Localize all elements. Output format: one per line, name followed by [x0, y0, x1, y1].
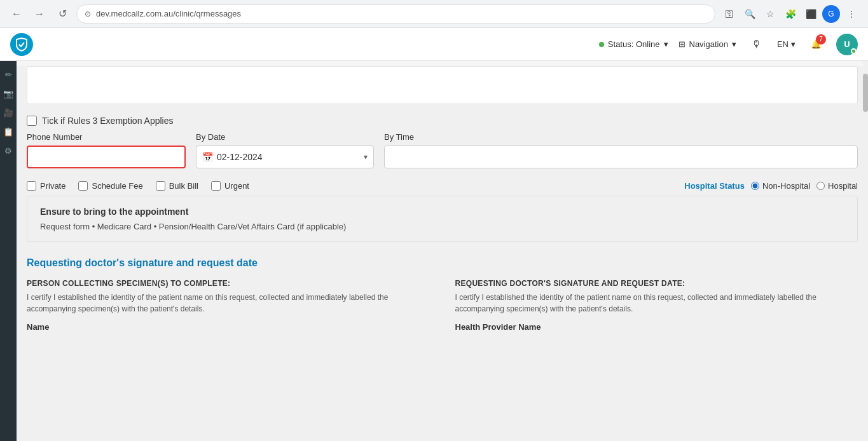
two-col-layout: PERSON COLLECTING SPECIMEN(S) TO COMPLET…: [17, 279, 868, 332]
app-logo: [10, 33, 33, 56]
avatar-text: U: [844, 39, 850, 49]
browser-chrome: ← → ↺ ⊙ dev.medcallz.com.au/clinic/qrmes…: [0, 0, 868, 28]
info-box-content: Request form • Medicare Card • Pension/H…: [40, 222, 844, 231]
calendar-icon: 📅: [202, 152, 213, 162]
left-name-label: Name: [27, 322, 430, 332]
urgent-checkbox[interactable]: [211, 181, 221, 191]
logo-svg: [14, 37, 29, 52]
doctor-section-title: Requesting doctor's signature and reques…: [27, 257, 858, 269]
browser-actions: ⚿ 🔍 ☆ 🧩 ⬛ G ⋮: [720, 5, 860, 23]
doctor-section: Requesting doctor's signature and reques…: [17, 250, 868, 269]
private-checkbox[interactable]: [27, 181, 36, 191]
by-date-group: By Date 📅 02-12-2024 ▾: [196, 132, 374, 168]
scrollbar-thumb[interactable]: [863, 74, 868, 112]
sidebar-icon-settings[interactable]: ⚙: [1, 144, 15, 158]
back-button[interactable]: ←: [8, 5, 25, 23]
private-label: Private: [40, 181, 65, 191]
left-col-text: I certify I established the identity of …: [27, 292, 430, 315]
bookmark-icon[interactable]: ☆: [761, 5, 779, 23]
right-col: REQUESTING DOCTOR'S SIGNATURE AND REQUES…: [455, 279, 858, 332]
by-time-input[interactable]: [384, 146, 858, 168]
right-col-text: I certify I established the identity of …: [455, 292, 858, 315]
sidebar-icon-video[interactable]: 🎥: [1, 105, 15, 119]
language-label: EN: [777, 39, 789, 49]
left-col-label: PERSON COLLECTING SPECIMEN(S) TO COMPLET…: [27, 279, 430, 288]
navigation-button[interactable]: ⊞ Navigation ▾: [679, 39, 736, 49]
lang-chevron-icon: ▾: [791, 39, 796, 49]
exemption-label: Tick if Rules 3 Exemption Applies: [42, 116, 173, 126]
exemption-checkbox[interactable]: [27, 116, 37, 126]
date-chevron-icon: ▾: [364, 153, 368, 161]
info-box: Ensure to bring to the appointment Reque…: [27, 196, 858, 242]
bulk-bill-checkbox[interactable]: [156, 181, 165, 191]
hospital-status-group: Hospital Status Non-Hospital Hospital: [684, 181, 858, 191]
microphone-button[interactable]: 🎙: [747, 34, 767, 55]
url-text: dev.medcallz.com.au/clinic/qrmessages: [96, 9, 241, 18]
grid-icon: ⊞: [679, 39, 685, 49]
puzzle-icon[interactable]: ⬛: [802, 5, 820, 23]
top-section-card: [27, 66, 858, 104]
right-col-label: REQUESTING DOCTOR'S SIGNATURE AND REQUES…: [455, 279, 858, 288]
non-hospital-label: Non-Hospital: [762, 181, 810, 191]
status-dot: [599, 42, 604, 47]
sidebar-icon-clipboard[interactable]: 📋: [1, 125, 15, 139]
phone-number-group: Phone Number: [27, 132, 186, 168]
search-icon[interactable]: 🔍: [741, 5, 759, 23]
navigation-label: Navigation: [689, 39, 728, 49]
left-col: PERSON COLLECTING SPECIMEN(S) TO COMPLET…: [27, 279, 430, 332]
language-button[interactable]: EN ▾: [777, 39, 796, 49]
by-time-label: By Time: [384, 132, 858, 142]
by-date-label: By Date: [196, 132, 374, 142]
status-label: Status: Online: [608, 39, 660, 49]
profile-button[interactable]: G: [822, 5, 840, 23]
refresh-button[interactable]: ↺: [53, 5, 71, 23]
schedule-fee-label: Schedule Fee: [92, 181, 142, 191]
header-right: Status: Online ▾ ⊞ Navigation ▾ 🎙 EN ▾ 🔔…: [599, 34, 858, 55]
non-hospital-option[interactable]: Non-Hospital: [751, 181, 810, 191]
schedule-fee-checkbox[interactable]: [78, 181, 88, 191]
key-icon[interactable]: ⚿: [720, 5, 738, 23]
sidebar: ✏ 📷 🎥 📋 ⚙: [0, 61, 17, 441]
fields-row: Phone Number By Date 📅 02-12-2024 ▾ By T…: [17, 132, 868, 176]
avatar-online-dot: [851, 48, 857, 54]
extension-icon[interactable]: 🧩: [782, 5, 799, 23]
hospital-status-label: Hospital Status: [684, 181, 745, 191]
exemption-row: Tick if Rules 3 Exemption Applies: [17, 109, 868, 132]
urgent-label: Urgent: [224, 181, 249, 191]
options-row: Private Schedule Fee Bulk Bill Urgent Ho…: [17, 176, 868, 196]
urgent-option[interactable]: Urgent: [211, 181, 249, 191]
schedule-fee-option[interactable]: Schedule Fee: [78, 181, 142, 191]
sidebar-icon-edit[interactable]: ✏: [1, 67, 15, 81]
scrollbar-track[interactable]: [863, 61, 868, 441]
nav-chevron-icon: ▾: [732, 39, 736, 49]
date-display[interactable]: 02-12-2024: [196, 146, 374, 168]
bulk-bill-label: Bulk Bill: [169, 181, 198, 191]
bulk-bill-option[interactable]: Bulk Bill: [156, 181, 198, 191]
hospital-label: Hospital: [828, 181, 858, 191]
status-online[interactable]: Status: Online ▾: [599, 39, 668, 49]
info-box-title: Ensure to bring to the appointment: [40, 207, 844, 217]
private-option[interactable]: Private: [27, 181, 65, 191]
avatar[interactable]: U: [836, 34, 858, 55]
hospital-radio[interactable]: [816, 182, 825, 190]
sidebar-icon-camera[interactable]: 📷: [1, 86, 15, 100]
main-wrapper: Tick if Rules 3 Exemption Applies Phone …: [17, 66, 868, 441]
phone-number-input[interactable]: [27, 146, 186, 168]
right-name-label: Health Provider Name: [455, 322, 858, 332]
non-hospital-radio[interactable]: [751, 182, 759, 190]
by-time-group: By Time: [384, 132, 858, 168]
hospital-option[interactable]: Hospital: [816, 181, 858, 191]
menu-icon[interactable]: ⋮: [843, 5, 860, 23]
notification-button[interactable]: 🔔 7: [806, 34, 826, 55]
date-input-wrapper: 📅 02-12-2024 ▾: [196, 146, 374, 168]
forward-button[interactable]: →: [31, 5, 48, 23]
address-bar[interactable]: ⊙ dev.medcallz.com.au/clinic/qrmessages: [76, 4, 715, 24]
phone-number-label: Phone Number: [27, 132, 186, 142]
status-chevron-icon: ▾: [664, 39, 668, 49]
notification-badge: 7: [816, 34, 826, 44]
app-header: Status: Online ▾ ⊞ Navigation ▾ 🎙 EN ▾ 🔔…: [0, 28, 868, 61]
